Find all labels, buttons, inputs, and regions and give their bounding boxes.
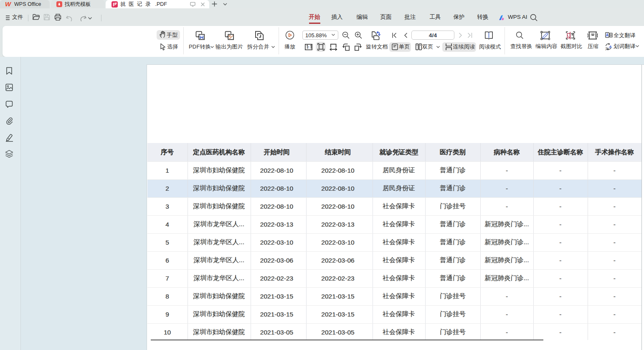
- svg-text:W: W: [5, 1, 12, 7]
- svg-text:文: 文: [605, 47, 609, 50]
- svg-text:A: A: [609, 44, 612, 49]
